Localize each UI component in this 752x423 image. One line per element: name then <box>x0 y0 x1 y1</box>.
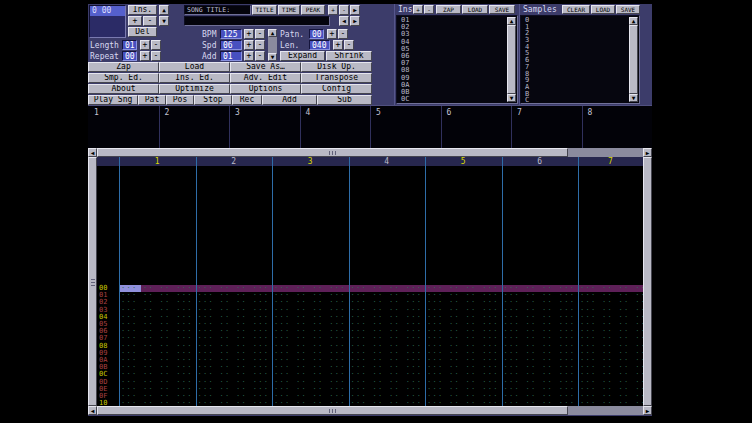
scrollbar-thumb[interactable] <box>507 25 516 94</box>
order-insert-button[interactable]: Ins. <box>128 5 157 15</box>
optimize-button[interactable]: Optimize <box>159 84 230 94</box>
sample-list-item[interactable]: 6 <box>522 57 629 64</box>
scroll-up-icon[interactable]: ▲ <box>507 17 516 25</box>
vscrollbar-thumb[interactable] <box>643 157 652 406</box>
instrument-strip-column[interactable]: 2 <box>159 106 231 148</box>
length-minus-button[interactable]: - <box>151 40 161 50</box>
instrument-strip-column[interactable]: 3 <box>229 106 301 148</box>
scroll-up-icon[interactable]: ▲ <box>629 17 638 25</box>
instrument-strip-column[interactable]: 4 <box>300 106 372 148</box>
instrument-strip-column[interactable]: 5 <box>370 106 442 148</box>
record-button[interactable]: Rec <box>232 95 262 105</box>
speed-minus-button[interactable]: - <box>255 40 265 50</box>
sample-list-item[interactable]: A <box>522 84 629 91</box>
mini-slider-up-button[interactable]: ▲ <box>268 29 277 37</box>
channel-header-2[interactable]: 2 <box>196 158 273 166</box>
stop-button[interactable]: Stop <box>194 95 232 105</box>
instrument-list-item[interactable]: 02 <box>398 24 507 31</box>
sample-list-item[interactable]: 1 <box>522 24 629 31</box>
instrument-list-scrollbar[interactable]: ▲ ▼ <box>507 17 516 102</box>
pattern-scroll-right-icon[interactable]: ▶ <box>643 148 652 157</box>
options-button[interactable]: Options <box>230 84 301 94</box>
sample-list-item[interactable]: 2 <box>522 30 629 37</box>
hscrollbar-thumb[interactable] <box>97 406 568 415</box>
order-plus-button[interactable]: + <box>128 16 142 26</box>
instrument-strip-column[interactable]: 8 <box>582 106 653 148</box>
instrument-minus-button[interactable]: - <box>424 5 434 14</box>
instrument-list-item[interactable]: 03 <box>398 31 507 38</box>
repeat-minus-button[interactable]: - <box>151 51 161 61</box>
order-up-button[interactable]: ▲ <box>159 5 169 15</box>
advanced-edit-button[interactable]: Adv. Edit <box>230 73 301 83</box>
order-list[interactable]: 0 00 <box>89 5 126 38</box>
bpm-plus-button[interactable]: + <box>244 29 254 39</box>
instrument-list-item[interactable]: 05 <box>398 46 507 53</box>
instrument-list-item[interactable]: 06 <box>398 53 507 60</box>
add-plus-button[interactable]: + <box>244 51 254 61</box>
instrument-list-item[interactable]: 0B <box>398 89 507 96</box>
expand-button[interactable]: Expand <box>280 51 325 61</box>
title-minus-button[interactable]: - <box>339 5 349 15</box>
pattern-scroll-right-icon[interactable]: ▶ <box>643 406 652 415</box>
pattern-number-plus-button[interactable]: + <box>327 29 337 39</box>
instrument-strip[interactable]: 12345678 <box>88 105 652 148</box>
instrument-zap-button[interactable]: ZAP <box>436 5 461 14</box>
title-next-button[interactable]: ▶ <box>350 5 360 15</box>
config-button[interactable]: Config <box>301 84 372 94</box>
channel-header-1[interactable]: 1 <box>119 158 196 166</box>
transpose-button[interactable]: Transpose <box>301 73 372 83</box>
instrument-plus-button[interactable]: + <box>413 5 423 14</box>
order-list-row[interactable] <box>90 16 125 26</box>
play-pattern-button[interactable]: Pat <box>138 95 166 105</box>
sample-list-scrollbar[interactable]: ▲ ▼ <box>629 17 638 102</box>
order-list-row-selected[interactable]: 0 00 <box>90 6 125 16</box>
pattern-number-minus-button[interactable]: - <box>338 29 348 39</box>
play-song-button[interactable]: Play Sng <box>88 95 138 105</box>
pattern-right-vscrollbar[interactable] <box>643 157 652 406</box>
instrument-list[interactable]: 0102030405060708090A0B0C <box>398 17 507 102</box>
instrument-list-item[interactable]: 01 <box>398 17 507 24</box>
add-minus-button[interactable]: - <box>255 51 265 61</box>
load-button[interactable]: Load <box>159 62 230 72</box>
order-down-button[interactable]: ▼ <box>159 16 169 26</box>
pattern-body[interactable]: 00··· ·· ·· ······ ·· ·· ······ ·· ·· ··… <box>97 166 643 406</box>
scroll-down-icon[interactable]: ▼ <box>507 94 516 102</box>
about-button[interactable]: About <box>88 84 159 94</box>
sample-list[interactable]: 0123456789ABC <box>522 17 629 102</box>
instrument-list-item[interactable]: 09 <box>398 75 507 82</box>
channel-header-4[interactable]: 4 <box>349 158 426 166</box>
tab-peak[interactable]: PEAK <box>301 5 325 15</box>
shrink-button[interactable]: Shrink <box>326 51 372 61</box>
title-scroll-right-button[interactable]: ▶ <box>350 16 360 26</box>
title-plus-button[interactable]: + <box>328 5 338 15</box>
instrument-list-item[interactable]: 08 <box>398 67 507 74</box>
tab-title[interactable]: TITLE <box>252 5 277 15</box>
order-minus-button[interactable]: - <box>143 16 157 26</box>
save-as-button[interactable]: Save As… <box>230 62 301 72</box>
sub-order-button[interactable]: Sub <box>317 95 372 105</box>
pattern-length-plus-button[interactable]: + <box>333 40 343 50</box>
scrollbar-thumb[interactable] <box>629 25 638 94</box>
instrument-list-item[interactable]: 0A <box>398 82 507 89</box>
instrument-load-button[interactable]: LOAD <box>462 5 488 14</box>
instrument-strip-column[interactable]: 7 <box>511 106 583 148</box>
instrument-list-item[interactable]: 07 <box>398 60 507 67</box>
pattern-left-vscrollbar[interactable] <box>88 157 97 406</box>
sample-list-item[interactable]: 9 <box>522 77 629 84</box>
song-title-input[interactable] <box>184 16 330 26</box>
instrument-editor-button[interactable]: Ins. Ed. <box>159 73 230 83</box>
pattern-scroll-left-icon[interactable]: ◀ <box>88 148 97 157</box>
sample-list-item[interactable]: 7 <box>522 64 629 71</box>
instrument-strip-column[interactable]: 1 <box>88 106 160 148</box>
channel-header-5[interactable]: 5 <box>425 158 502 166</box>
sample-list-item[interactable]: C <box>522 97 629 102</box>
order-delete-button[interactable]: Del <box>128 27 157 37</box>
instrument-list-item[interactable]: 0C <box>398 96 507 102</box>
instrument-save-button[interactable]: SAVE <box>489 5 515 14</box>
sample-list-item[interactable]: 3 <box>522 37 629 44</box>
disk-op-button[interactable]: Disk Op. <box>301 62 372 72</box>
speed-plus-button[interactable]: + <box>244 40 254 50</box>
instrument-strip-column[interactable]: 6 <box>441 106 513 148</box>
channel-header-6[interactable]: 6 <box>502 158 579 166</box>
play-position-button[interactable]: Pos <box>166 95 194 105</box>
